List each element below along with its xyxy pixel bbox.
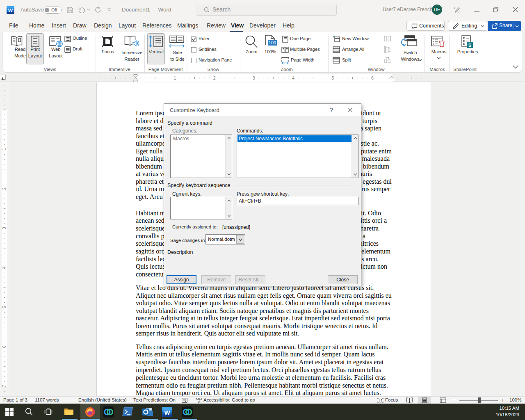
svg-text:2: 2 xyxy=(213,75,216,80)
svg-text:7: 7 xyxy=(2,385,7,388)
svg-text:5: 5 xyxy=(2,306,7,308)
svg-text:4: 4 xyxy=(2,267,7,269)
svg-text:W: W xyxy=(8,8,13,14)
svg-text:1: 1 xyxy=(173,75,176,80)
svg-text:3: 3 xyxy=(2,227,7,229)
svg-text:5: 5 xyxy=(332,75,334,80)
svg-text:6: 6 xyxy=(371,75,374,80)
svg-text:6: 6 xyxy=(2,345,7,348)
svg-text:2: 2 xyxy=(2,187,7,190)
svg-text:4: 4 xyxy=(292,75,294,80)
svg-text:3: 3 xyxy=(253,75,255,80)
svg-text:S: S xyxy=(468,43,471,48)
svg-text:W: W xyxy=(164,409,170,416)
svg-text:100: 100 xyxy=(269,40,276,45)
svg-text:1: 1 xyxy=(2,148,7,151)
